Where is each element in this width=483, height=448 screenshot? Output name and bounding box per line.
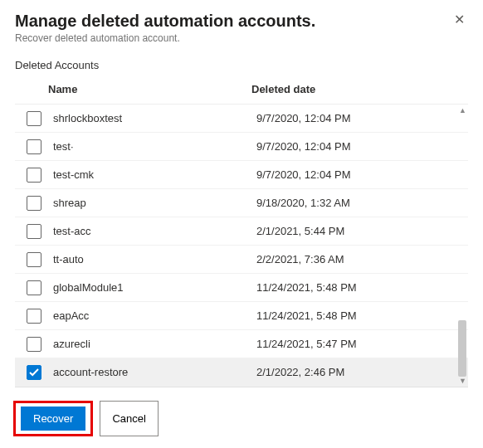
row-date: 11/24/2021, 5:48 PM [256, 309, 468, 322]
row-checkbox[interactable] [27, 196, 41, 211]
row-date: 9/7/2020, 12:04 PM [256, 168, 468, 181]
cancel-button[interactable]: Cancel [100, 401, 158, 436]
row-name: azurecli [53, 338, 256, 350]
col-header-name[interactable]: Name [48, 83, 251, 95]
table-header: Name Deleted date [15, 78, 468, 104]
row-date: 11/24/2021, 5:48 PM [256, 281, 468, 294]
col-header-date[interactable]: Deleted date [251, 83, 468, 95]
row-name: test-cmk [53, 168, 256, 181]
row-name: test· [53, 140, 256, 153]
row-name: eapAcc [53, 309, 256, 322]
scrollbar-thumb[interactable] [458, 320, 466, 377]
row-checkbox[interactable] [27, 252, 41, 267]
table-row[interactable]: shrlockboxtest9/7/2020, 12:04 PM [15, 105, 468, 133]
accounts-list[interactable]: shrlockboxtest9/7/2020, 12:04 PMtest·9/7… [15, 105, 468, 387]
recover-highlight: Recover [13, 401, 93, 436]
row-name: tt-auto [53, 253, 256, 265]
table-row[interactable]: globalModule111/24/2021, 5:48 PM [15, 274, 468, 302]
table-row[interactable]: azurecli11/24/2021, 5:47 PM [15, 330, 468, 358]
row-date: 9/7/2020, 12:04 PM [256, 140, 468, 153]
panel-subtitle: Recover deleted automation account. [15, 32, 315, 44]
table-row[interactable]: eapAcc11/24/2021, 5:48 PM [15, 302, 468, 330]
panel-title: Manage deleted automation accounts. [15, 12, 315, 31]
row-name: shreap [53, 197, 256, 209]
scroll-up-icon[interactable]: ▲ [459, 106, 466, 114]
row-checkbox[interactable] [27, 337, 41, 352]
row-name: account-restore [53, 366, 256, 378]
row-date: 11/24/2021, 5:47 PM [256, 338, 468, 350]
table-row[interactable]: tt-auto2/2/2021, 7:36 AM [15, 246, 468, 274]
row-checkbox[interactable] [27, 224, 41, 239]
row-checkbox[interactable] [27, 280, 41, 295]
row-date: 2/1/2021, 5:44 PM [256, 225, 468, 237]
row-date: 2/1/2022, 2:46 PM [256, 366, 468, 378]
table-row[interactable]: shreap9/18/2020, 1:32 AM [15, 189, 468, 217]
row-checkbox[interactable] [27, 365, 41, 380]
table-row[interactable]: test-cmk9/7/2020, 12:04 PM [15, 161, 468, 189]
row-name: shrlockboxtest [53, 112, 256, 124]
row-name: globalModule1 [53, 281, 256, 294]
recover-button[interactable]: Recover [21, 407, 85, 431]
row-checkbox[interactable] [27, 139, 41, 154]
row-checkbox[interactable] [27, 168, 41, 183]
table-row[interactable]: account-restore2/1/2022, 2:46 PM [15, 358, 468, 387]
section-label: Deleted Accounts [15, 59, 468, 71]
scroll-down-icon[interactable]: ▼ [459, 377, 466, 385]
table-row[interactable]: test·9/7/2020, 12:04 PM [15, 133, 468, 161]
table-row[interactable]: test-acc2/1/2021, 5:44 PM [15, 217, 468, 246]
row-name: test-acc [53, 225, 256, 237]
row-date: 9/7/2020, 12:04 PM [256, 112, 468, 124]
row-checkbox[interactable] [27, 111, 41, 126]
row-date: 2/2/2021, 7:36 AM [256, 253, 468, 265]
row-date: 9/18/2020, 1:32 AM [256, 197, 468, 209]
row-checkbox[interactable] [27, 309, 41, 324]
close-icon[interactable]: ✕ [451, 12, 468, 28]
